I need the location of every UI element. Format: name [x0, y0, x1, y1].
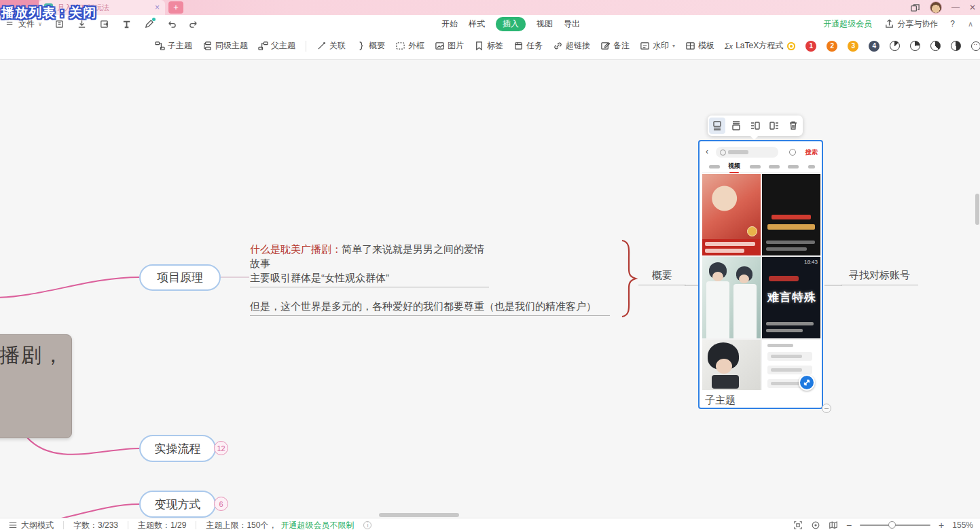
menu-insert-active[interactable]: 插入: [496, 17, 526, 31]
share-icon: [884, 19, 894, 29]
image-position-left-button[interactable]: [747, 118, 763, 134]
node-subtopic-label: 子主题: [705, 394, 736, 407]
progress-three-eighths-icon[interactable]: [930, 41, 941, 51]
monetization-count-badge[interactable]: 6: [214, 497, 228, 511]
upgrade-membership-link[interactable]: 开通超级会员: [823, 18, 872, 30]
central-topic-node[interactable]: 播剧，: [0, 334, 72, 438]
close-tab-icon[interactable]: ×: [155, 3, 160, 12]
undo-icon[interactable]: [166, 19, 177, 29]
gear-icon: [789, 149, 796, 156]
share-label: 分享与协作: [897, 18, 938, 30]
zoom-slider-handle[interactable]: [888, 521, 896, 529]
video-title-text: 难言特殊: [767, 289, 816, 305]
menu-style[interactable]: 样式: [469, 18, 485, 30]
redo-icon[interactable]: [189, 19, 199, 29]
share-collaborate-button[interactable]: 分享与协作: [884, 18, 938, 30]
image-position-top-button[interactable]: [728, 118, 744, 134]
subtopic-button[interactable]: 子主题: [155, 40, 192, 52]
node-what-is-danmei[interactable]: 什么是耽美广播剧：简单了来说就是男男之间的爱情故事 主要吸引群体是“女性观众群体…: [250, 242, 489, 287]
smiley-icon: [971, 41, 980, 51]
parent-topic-button[interactable]: 父主题: [258, 40, 295, 52]
search-button-text: 搜索: [805, 148, 818, 157]
label-button[interactable]: 标签: [474, 40, 503, 52]
minimize-icon[interactable]: —: [951, 3, 960, 12]
image-resize-badge[interactable]: [799, 374, 815, 391]
watermark-button[interactable]: 水印 ▾: [640, 40, 675, 52]
upgrade-unlimited-link[interactable]: 开通超级会员不限制: [280, 520, 354, 531]
practice-flow-count-badge[interactable]: 12: [214, 441, 228, 455]
relationship-button[interactable]: 关联: [316, 40, 346, 52]
icons-button[interactable]: 图标 ▾: [971, 40, 980, 52]
priority-2-icon[interactable]: 2: [827, 41, 837, 52]
export-box-icon[interactable]: [99, 19, 109, 29]
info-icon[interactable]: i: [363, 521, 371, 529]
vertical-scrollbar[interactable]: [975, 194, 979, 225]
node-diverse-world[interactable]: 但是，这个世界是多元的，各种爱好的我们都要尊重（也是我们的精准客户）: [250, 299, 610, 316]
minimap-icon[interactable]: [829, 520, 838, 530]
node-subtopic-image[interactable]: ‹ 搜索 视频: [698, 140, 823, 409]
subtopic-icon: [155, 41, 165, 51]
node-find-benchmark-accounts[interactable]: 寻找对标账号: [841, 269, 918, 285]
node-monetization[interactable]: 变现方式: [139, 491, 216, 518]
menu-view[interactable]: 视图: [537, 18, 553, 30]
progress-half-icon[interactable]: [951, 41, 961, 51]
user-avatar[interactable]: [930, 1, 942, 14]
priority-4-icon[interactable]: 4: [869, 41, 879, 52]
outline-mode-button[interactable]: 大纲模式: [8, 520, 54, 531]
stacked-windows-icon[interactable]: [910, 3, 920, 13]
fit-screen-icon[interactable]: [793, 520, 803, 530]
sibling-topic-button[interactable]: 同级主题: [202, 40, 248, 52]
pen-icon[interactable]: [144, 19, 154, 29]
bookmark-icon: [474, 41, 484, 51]
horizontal-scrollbar[interactable]: [379, 513, 459, 517]
parent-topic-icon: [258, 41, 268, 51]
delete-image-button[interactable]: [785, 118, 801, 134]
collapse-toolbar-icon[interactable]: ∧: [968, 20, 973, 29]
image-button[interactable]: 图片: [435, 40, 464, 52]
outline-mode-label: 大纲模式: [21, 520, 54, 531]
node-practice-flow[interactable]: 实操流程: [139, 435, 216, 462]
node-project-principle[interactable]: 项目原理: [139, 264, 221, 291]
zoom-slider[interactable]: [860, 525, 930, 526]
boundary-button[interactable]: 外框: [395, 40, 424, 52]
phone-search-bar: ‹ 搜索: [702, 144, 820, 160]
divider: [63, 521, 64, 529]
link-icon: [553, 41, 563, 51]
close-window-icon[interactable]: ✕: [969, 3, 976, 12]
result-card-1: [702, 174, 761, 255]
word-count: 字数：3/233: [73, 520, 118, 531]
image-icon: [435, 41, 445, 51]
latex-button[interactable]: Σx LaTeX方程式: [725, 40, 795, 52]
template-button[interactable]: 模板: [685, 40, 714, 52]
format-painter-icon[interactable]: [122, 19, 132, 29]
center-target-icon[interactable]: [811, 520, 820, 530]
boundary-icon: [395, 41, 405, 51]
task-icon: [513, 41, 524, 51]
menu-start[interactable]: 开始: [441, 18, 458, 30]
template-icon: [685, 41, 695, 51]
help-button[interactable]: ?: [950, 19, 955, 29]
menu-export[interactable]: 导出: [564, 18, 580, 30]
node-find-label: 寻找对标账号: [849, 269, 910, 281]
zoom-in-button[interactable]: +: [939, 520, 944, 531]
vip-badge-icon: [787, 42, 795, 50]
priority-1-icon[interactable]: 1: [805, 41, 816, 52]
note-button[interactable]: 备注: [600, 40, 630, 52]
priority-3-icon[interactable]: 3: [848, 41, 858, 52]
progress-quarter-icon[interactable]: [910, 41, 920, 51]
mindmap-canvas[interactable]: 播剧， 项目原理 什么是耽美广播剧：简单了来说就是男男之间的爱情故事 主要吸引群…: [0, 60, 980, 518]
progress-eighth-icon[interactable]: [890, 41, 900, 51]
summary-brace-icon: [356, 41, 366, 51]
zoom-out-button[interactable]: −: [846, 520, 852, 531]
node-summary[interactable]: 概要: [638, 269, 686, 285]
hyperlink-button[interactable]: 超链接: [553, 40, 590, 52]
task-button[interactable]: 任务: [513, 40, 543, 52]
summary-button[interactable]: 概要: [356, 40, 385, 52]
audience-text: 主要吸引群体是“女性观众群体”: [250, 272, 389, 283]
node-collapse-handle[interactable]: [822, 404, 831, 413]
topic-limit: 主题上限：150个，: [206, 520, 276, 531]
new-tab-button[interactable]: +: [168, 1, 183, 14]
image-position-right-button[interactable]: [766, 118, 782, 134]
gold-badge-icon: [747, 226, 757, 236]
image-position-bottom-button[interactable]: [709, 118, 725, 134]
